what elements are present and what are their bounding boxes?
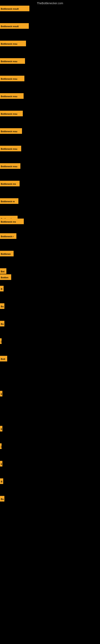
bar-label-12: Bottleneck re xyxy=(0,198,18,204)
bar-item-17: Bot xyxy=(0,268,6,274)
bar-item-22: | xyxy=(0,338,1,344)
bar-label-15: Bottleneck r xyxy=(0,233,16,239)
bar-label-8: Bottleneck resu xyxy=(0,128,22,134)
bar-label-25: E xyxy=(0,426,2,432)
bar-item-4: Bottleneck resu xyxy=(0,58,25,64)
bar-label-5: Bottleneck resu xyxy=(0,76,24,81)
bar-item-7: Bottleneck resu xyxy=(0,111,23,116)
bar-label-28: B xyxy=(0,478,3,484)
bar-label-20: Bo xyxy=(0,303,4,309)
bar-label-11: Bottleneck res xyxy=(0,181,20,186)
bar-item-23: Bott xyxy=(0,356,7,362)
bar-label-14: Bottleneck res xyxy=(0,218,24,224)
bar-item-15: Bottleneck r xyxy=(0,233,16,239)
bar-item-20: Bo xyxy=(0,303,4,309)
bar-item-3: Bottleneck resu xyxy=(0,41,26,46)
bar-item-12: Bottleneck re xyxy=(0,198,18,204)
bar-item-21: Bo xyxy=(0,321,4,326)
bar-item-28: B xyxy=(0,478,3,484)
bar-item-1: Bottleneck result xyxy=(0,6,29,11)
bar-item-25: E xyxy=(0,426,2,432)
bar-label-17: Bot xyxy=(0,268,6,274)
bar-item-9: Bottleneck resu xyxy=(0,146,21,151)
bar-label-26: | xyxy=(0,443,1,449)
bar-item-5: Bottleneck resu xyxy=(0,76,24,81)
bar-label-10: Bottleneck resu xyxy=(0,163,20,169)
bar-item-14: Bottleneck res xyxy=(0,218,24,224)
bar-label-6: Bottleneck resu xyxy=(0,93,24,99)
bar-label-27: E xyxy=(0,461,2,466)
bar-label-18: Bottlen xyxy=(0,274,11,280)
bar-item-6: Bottleneck resu xyxy=(0,93,24,99)
bar-item-29: Bo xyxy=(0,496,4,502)
bar-label-24: E xyxy=(0,391,2,396)
bar-item-19: B xyxy=(0,286,3,292)
bar-label-19: B xyxy=(0,286,3,292)
bar-label-1: Bottleneck result xyxy=(0,6,29,11)
bar-label-2: Bottleneck result xyxy=(0,23,29,29)
bar-label-7: Bottleneck resu xyxy=(0,111,23,116)
bar-item-26: | xyxy=(0,443,1,449)
bar-item-27: E xyxy=(0,461,2,466)
bar-item-10: Bottleneck resu xyxy=(0,163,20,169)
bar-label-4: Bottleneck resu xyxy=(0,58,25,64)
bar-item-18: Bottlen xyxy=(0,274,11,280)
bar-item-16: Bottlenec xyxy=(0,251,14,256)
bar-item-24: E xyxy=(0,391,2,396)
bar-label-9: Bottleneck resu xyxy=(0,146,21,151)
site-title: TheBottlenecker.com xyxy=(0,0,100,6)
bar-label-21: Bo xyxy=(0,321,4,326)
bar-label-23: Bott xyxy=(0,356,7,362)
bar-item-8: Bottleneck resu xyxy=(0,128,22,134)
bar-label-29: Bo xyxy=(0,496,4,502)
bar-label-22: | xyxy=(0,338,1,344)
bar-label-16: Bottlenec xyxy=(0,251,14,256)
bar-label-3: Bottleneck resu xyxy=(0,41,26,46)
bar-item-11: Bottleneck res xyxy=(0,181,20,186)
bar-item-2: Bottleneck result xyxy=(0,23,29,29)
